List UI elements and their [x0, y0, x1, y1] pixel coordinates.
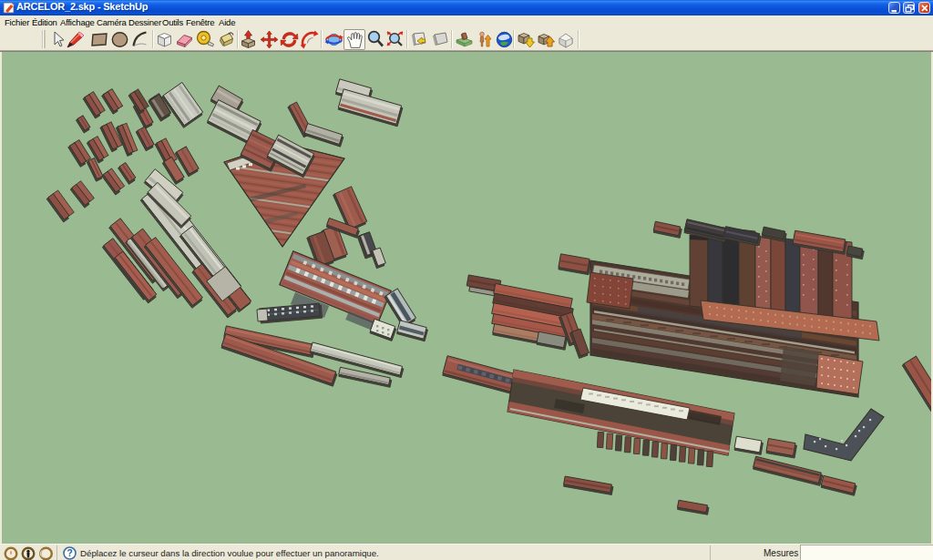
- svg-text:?: ?: [67, 548, 72, 558]
